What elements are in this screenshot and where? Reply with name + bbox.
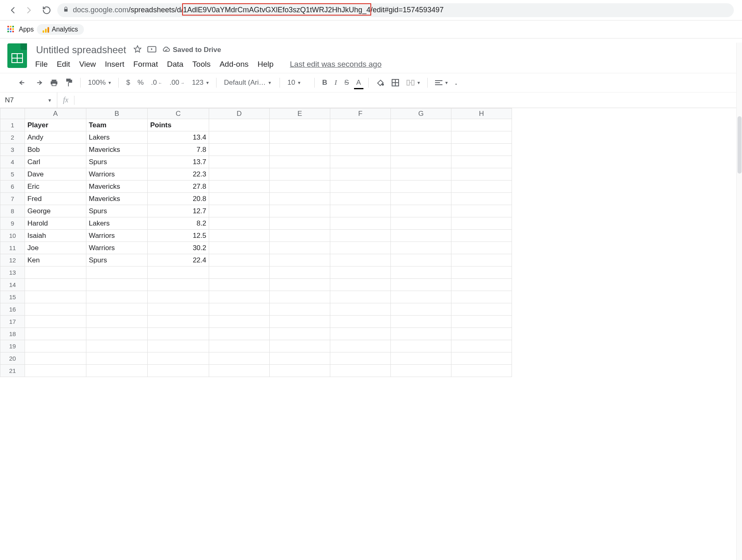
row-header-2[interactable]: 2 (0, 131, 25, 144)
column-header-F[interactable]: F (330, 108, 391, 119)
font-family-select[interactable]: Default (Ari… (221, 77, 275, 88)
cell-B7[interactable]: Mavericks (86, 193, 148, 205)
menu-add-ons[interactable]: Add-ons (219, 60, 248, 69)
row-header-10[interactable]: 10 (0, 230, 25, 242)
menu-tools[interactable]: Tools (192, 60, 210, 69)
cell-D17[interactable] (209, 316, 270, 328)
menu-insert[interactable]: Insert (105, 60, 124, 69)
cell-A9[interactable]: Harold (25, 217, 86, 230)
cell-C6[interactable]: 27.8 (148, 181, 209, 193)
more-toolbar[interactable]: . (453, 77, 459, 88)
cell-C5[interactable]: 22.3 (148, 168, 209, 181)
cell-D5[interactable] (209, 168, 270, 181)
cell-B14[interactable] (86, 279, 148, 291)
cell-G17[interactable] (391, 316, 451, 328)
row-header-3[interactable]: 3 (0, 144, 25, 156)
cell-B6[interactable]: Mavericks (86, 181, 148, 193)
cell-C2[interactable]: 13.4 (148, 131, 209, 144)
zoom-select[interactable]: 100% (86, 77, 113, 88)
address-bar[interactable]: docs.google.com/spreadsheets/d/1AdlE9V0a… (57, 3, 734, 17)
scroll-thumb[interactable] (737, 116, 742, 174)
row-header-21[interactable]: 21 (0, 365, 25, 377)
cell-G7[interactable] (391, 193, 451, 205)
cell-D9[interactable] (209, 217, 270, 230)
cell-F8[interactable] (330, 205, 391, 217)
cell-C11[interactable]: 30.2 (148, 242, 209, 254)
format-currency[interactable]: $ (124, 77, 132, 88)
cell-B5[interactable]: Warriors (86, 168, 148, 181)
cell-A2[interactable]: Andy (25, 131, 86, 144)
text-color-button[interactable]: A (354, 77, 363, 88)
cell-F5[interactable] (330, 168, 391, 181)
cell-D3[interactable] (209, 144, 270, 156)
cell-E9[interactable] (270, 217, 330, 230)
cell-E19[interactable] (270, 340, 330, 352)
column-header-B[interactable]: B (86, 108, 148, 119)
cell-G14[interactable] (391, 279, 451, 291)
cell-C20[interactable] (148, 352, 209, 365)
cell-C19[interactable] (148, 340, 209, 352)
cell-E13[interactable] (270, 266, 330, 279)
cell-B11[interactable]: Warriors (86, 242, 148, 254)
cell-F18[interactable] (330, 328, 391, 340)
cell-E17[interactable] (270, 316, 330, 328)
fill-color-button[interactable] (374, 77, 387, 88)
cell-B4[interactable]: Spurs (86, 156, 148, 168)
cell-A19[interactable] (25, 340, 86, 352)
cell-E10[interactable] (270, 230, 330, 242)
back-button[interactable] (8, 5, 18, 15)
italic-button[interactable]: I (332, 77, 340, 88)
menu-data[interactable]: Data (167, 60, 183, 69)
more-formats[interactable]: 123 (189, 77, 211, 88)
cell-B17[interactable] (86, 316, 148, 328)
menu-help[interactable]: Help (257, 60, 273, 69)
cell-G1[interactable] (391, 119, 451, 131)
cell-G4[interactable] (391, 156, 451, 168)
cell-H18[interactable] (451, 328, 512, 340)
column-header-G[interactable]: G (391, 108, 451, 119)
menu-view[interactable]: View (79, 60, 96, 69)
cell-G8[interactable] (391, 205, 451, 217)
cell-F4[interactable] (330, 156, 391, 168)
cell-D15[interactable] (209, 291, 270, 303)
spreadsheet-grid[interactable]: ABCDEFGH 1PlayerTeamPoints2AndyLakers13.… (0, 108, 742, 377)
menu-file[interactable]: File (35, 60, 48, 69)
cell-A11[interactable]: Joe (25, 242, 86, 254)
paint-format-button[interactable] (63, 77, 75, 88)
cell-C3[interactable]: 7.8 (148, 144, 209, 156)
cell-F11[interactable] (330, 242, 391, 254)
cell-F20[interactable] (330, 352, 391, 365)
cell-A6[interactable]: Eric (25, 181, 86, 193)
cell-E7[interactable] (270, 193, 330, 205)
cell-E4[interactable] (270, 156, 330, 168)
cell-F16[interactable] (330, 303, 391, 316)
cell-H15[interactable] (451, 291, 512, 303)
row-header-1[interactable]: 1 (0, 119, 25, 131)
cell-D13[interactable] (209, 266, 270, 279)
cell-G16[interactable] (391, 303, 451, 316)
cell-E1[interactable] (270, 119, 330, 131)
merge-cells-button[interactable] (404, 78, 422, 87)
cell-H17[interactable] (451, 316, 512, 328)
cell-E3[interactable] (270, 144, 330, 156)
formula-input[interactable] (74, 93, 742, 108)
cell-D20[interactable] (209, 352, 270, 365)
strikethrough-button[interactable]: S (342, 77, 351, 88)
cell-C4[interactable]: 13.7 (148, 156, 209, 168)
cell-F17[interactable] (330, 316, 391, 328)
cell-B12[interactable]: Spurs (86, 254, 148, 266)
cell-B21[interactable] (86, 365, 148, 377)
redo-button[interactable] (32, 78, 45, 88)
column-header-H[interactable]: H (451, 108, 512, 119)
bookmark-analytics[interactable]: Analytics (37, 24, 83, 35)
row-header-5[interactable]: 5 (0, 168, 25, 181)
column-header-A[interactable]: A (25, 108, 86, 119)
cell-G13[interactable] (391, 266, 451, 279)
cell-B8[interactable]: Spurs (86, 205, 148, 217)
cell-G12[interactable] (391, 254, 451, 266)
cell-H19[interactable] (451, 340, 512, 352)
column-header-E[interactable]: E (270, 108, 330, 119)
menu-format[interactable]: Format (133, 60, 158, 69)
cell-H6[interactable] (451, 181, 512, 193)
apps-shortcut[interactable]: Apps (7, 26, 34, 33)
